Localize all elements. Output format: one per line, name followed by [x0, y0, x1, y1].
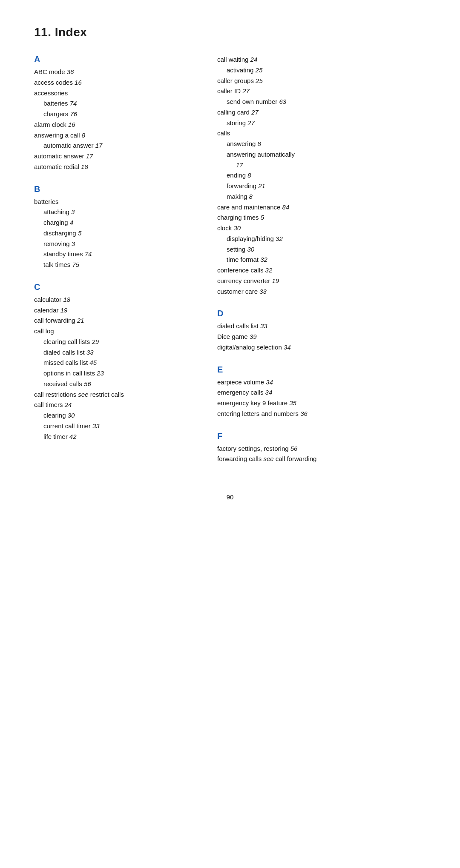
list-item: dialed calls list 33	[217, 321, 426, 332]
list-item: calling card 27	[217, 107, 426, 118]
list-item: received calls 56	[34, 379, 204, 390]
list-item: chargers 76	[34, 109, 204, 120]
list-item: storing 27	[217, 118, 426, 129]
list-item: batteries	[34, 197, 204, 207]
list-item: call timers 24	[34, 400, 204, 410]
list-item: currency converter 19	[217, 276, 426, 286]
list-item: charging 4	[34, 218, 204, 228]
section-d: D dialed calls list 33 Dice game 39 digi…	[217, 309, 426, 352]
section-a: A ABC mode 36 access codes 16 accessorie…	[34, 54, 204, 172]
list-item: ending 8	[217, 170, 426, 181]
list-item: discharging 5	[34, 228, 204, 239]
list-item: standby times 74	[34, 249, 204, 260]
list-item: call log	[34, 326, 204, 337]
list-item: call forwarding 21	[34, 315, 204, 326]
list-item: answering a call 8	[34, 130, 204, 141]
list-item: charging times 5	[217, 212, 426, 223]
list-item: talk times 75	[34, 260, 204, 270]
list-item: send own number 63	[217, 97, 426, 107]
list-item: entering letters and numbers 36	[217, 409, 426, 419]
list-item: options in call lists 23	[34, 368, 204, 379]
section-letter-f: F	[217, 431, 426, 441]
list-item: automatic redial 18	[34, 162, 204, 172]
right-column: call waiting 24 activating 25 caller gro…	[217, 54, 426, 476]
list-item: factory settings, restoring 56	[217, 444, 426, 454]
section-letter-d: D	[217, 309, 426, 318]
section-c: C calculator 18 calendar 19 call forward…	[34, 282, 204, 442]
section-letter-e: E	[217, 365, 426, 375]
section-letter-a: A	[34, 54, 204, 64]
list-item: displaying/hiding 32	[217, 234, 426, 244]
list-item: answering 8	[217, 139, 426, 149]
list-item: Dice game 39	[217, 332, 426, 342]
list-item: care and maintenance 84	[217, 202, 426, 213]
left-column: A ABC mode 36 access codes 16 accessorie…	[34, 54, 217, 454]
list-item: calendar 19	[34, 305, 204, 316]
list-item: batteries 74	[34, 98, 204, 109]
list-item: current call timer 33	[34, 421, 204, 432]
list-item: emergency key 9 feature 35	[217, 398, 426, 409]
list-item: clearing 30	[34, 410, 204, 421]
section-c-cont: call waiting 24 activating 25 caller gro…	[217, 54, 426, 297]
page-number: 90	[227, 493, 234, 501]
list-item: missed calls list 45	[34, 358, 204, 368]
list-item: customer care 33	[217, 286, 426, 297]
section-e: E earpiece volume 34 emergency calls 34 …	[217, 365, 426, 419]
list-item: caller groups 25	[217, 76, 426, 86]
list-item: emergency calls 34	[217, 387, 426, 398]
list-item: automatic answer 17	[34, 151, 204, 162]
list-item: accessories	[34, 88, 204, 99]
list-item: calculator 18	[34, 295, 204, 305]
list-item: dialed calls list 33	[34, 347, 204, 358]
list-item: call waiting 24	[217, 54, 426, 65]
page-footer: 90	[34, 493, 426, 501]
page-title: 11. Index	[34, 26, 426, 39]
list-item: automatic answer 17	[34, 140, 204, 151]
list-item: life timer 42	[34, 432, 204, 442]
list-item: activating 25	[217, 65, 426, 76]
list-item: removing 3	[34, 239, 204, 249]
list-item: call restrictions see restrict calls	[34, 390, 204, 400]
list-item: caller ID 27	[217, 86, 426, 97]
list-item: digital/analog selection 34	[217, 342, 426, 353]
list-item: forwarding 21	[217, 181, 426, 192]
list-item: ABC mode 36	[34, 67, 204, 77]
list-item: making 8	[217, 192, 426, 202]
section-letter-b: B	[34, 184, 204, 194]
section-letter-c: C	[34, 282, 204, 292]
list-item: earpiece volume 34	[217, 377, 426, 388]
section-f: F factory settings, restoring 56 forward…	[217, 431, 426, 465]
list-item: calls	[217, 128, 426, 139]
list-item: time format 32	[217, 255, 426, 265]
list-item: alarm clock 16	[34, 120, 204, 130]
list-item: access codes 16	[34, 77, 204, 88]
list-item: forwarding calls see call forwarding	[217, 454, 426, 464]
list-item: clock 30	[217, 223, 426, 234]
list-item: setting 30	[217, 244, 426, 255]
section-b: B batteries attaching 3 charging 4 disch…	[34, 184, 204, 270]
list-item: 17	[217, 160, 426, 171]
list-item: attaching 3	[34, 207, 204, 218]
list-item: clearing call lists 29	[34, 337, 204, 347]
list-item: conference calls 32	[217, 265, 426, 276]
list-item: answering automatically	[217, 149, 426, 160]
